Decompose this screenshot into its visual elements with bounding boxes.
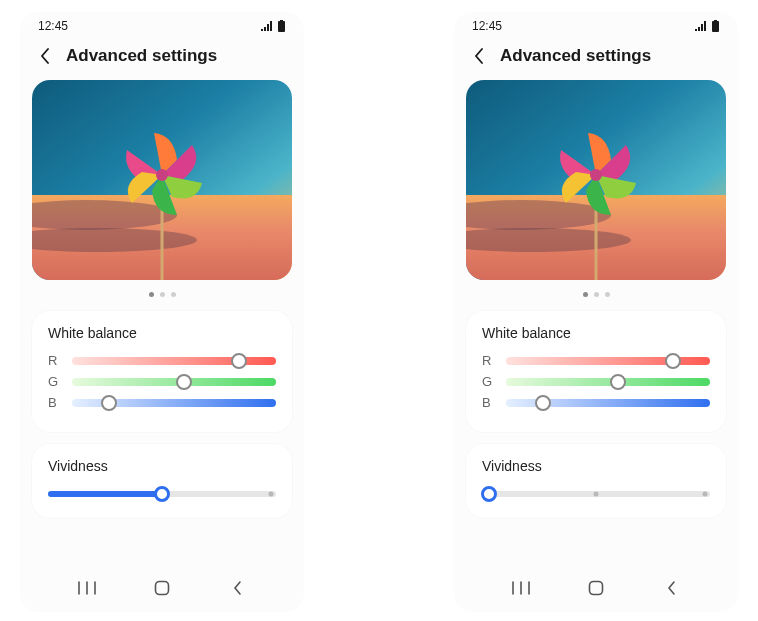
back-button[interactable]	[36, 47, 54, 65]
vividness-tick-0	[594, 492, 599, 497]
status-time: 12:45	[38, 19, 68, 33]
wb-row-b: B	[482, 395, 710, 410]
wb-row-g: G	[48, 374, 276, 389]
dot-2[interactable]	[171, 292, 176, 297]
dot-1[interactable]	[160, 292, 165, 297]
vividness-title: Vividness	[482, 458, 710, 474]
recents-icon	[78, 581, 96, 595]
white-balance-title: White balance	[482, 325, 710, 341]
carousel-dots	[454, 280, 738, 311]
nav-home[interactable]	[584, 576, 608, 600]
vividness-thumb[interactable]	[481, 486, 497, 502]
preview-image[interactable]	[466, 80, 726, 280]
dot-2[interactable]	[605, 292, 610, 297]
wb-thumb-g[interactable]	[610, 374, 626, 390]
battery-icon	[711, 20, 720, 32]
status-time: 12:45	[472, 19, 502, 33]
carousel-dots	[20, 280, 304, 311]
status-icons	[695, 20, 720, 32]
wb-slider-r[interactable]	[506, 357, 710, 365]
page-title: Advanced settings	[66, 46, 217, 66]
white-balance-card: White balance R G B	[466, 311, 726, 432]
dot-1[interactable]	[594, 292, 599, 297]
vividness-title: Vividness	[48, 458, 276, 474]
wb-thumb-b[interactable]	[101, 395, 117, 411]
wb-label-b: B	[48, 395, 62, 410]
wb-thumb-r[interactable]	[665, 353, 681, 369]
header: Advanced settings	[454, 40, 738, 80]
svg-rect-9	[712, 21, 719, 32]
svg-rect-0	[278, 21, 285, 32]
dot-0[interactable]	[583, 292, 588, 297]
svg-point-7	[156, 169, 168, 181]
wb-slider-g[interactable]	[72, 378, 276, 386]
status-icons	[261, 20, 286, 32]
svg-rect-1	[280, 20, 283, 22]
svg-point-16	[590, 169, 602, 181]
chevron-left-icon	[40, 48, 50, 64]
wb-row-r: R	[482, 353, 710, 368]
wb-label-g: G	[482, 374, 496, 389]
home-icon	[588, 580, 604, 596]
phone-left: 12:45 Advanced settings	[20, 12, 304, 612]
nav-back[interactable]	[225, 576, 249, 600]
svg-rect-10	[714, 20, 717, 22]
nav-back[interactable]	[659, 576, 683, 600]
status-bar: 12:45	[20, 12, 304, 40]
wb-thumb-r[interactable]	[231, 353, 247, 369]
battery-icon	[277, 20, 286, 32]
wb-thumb-g[interactable]	[176, 374, 192, 390]
vividness-slider[interactable]	[482, 486, 710, 502]
wb-slider-g[interactable]	[506, 378, 710, 386]
vividness-tick-1	[269, 492, 274, 497]
nav-recents[interactable]	[75, 576, 99, 600]
phone-right: 12:45 Advanced settings	[454, 12, 738, 612]
wb-label-r: R	[482, 353, 496, 368]
nav-recents[interactable]	[509, 576, 533, 600]
vividness-thumb[interactable]	[154, 486, 170, 502]
nav-back-icon	[666, 580, 676, 596]
chevron-left-icon	[474, 48, 484, 64]
wb-slider-b[interactable]	[72, 399, 276, 407]
signal-icon	[695, 21, 707, 31]
nav-home[interactable]	[150, 576, 174, 600]
wb-thumb-b[interactable]	[535, 395, 551, 411]
white-balance-title: White balance	[48, 325, 276, 341]
page-title: Advanced settings	[500, 46, 651, 66]
svg-rect-17	[589, 582, 602, 595]
wb-slider-b[interactable]	[506, 399, 710, 407]
vividness-tick-1	[703, 492, 708, 497]
white-balance-card: White balance R G B	[32, 311, 292, 432]
wb-row-g: G	[482, 374, 710, 389]
preview-image[interactable]	[32, 80, 292, 280]
nav-back-icon	[232, 580, 242, 596]
wb-label-b: B	[482, 395, 496, 410]
vividness-slider[interactable]	[48, 486, 276, 502]
wb-label-r: R	[48, 353, 62, 368]
recents-icon	[512, 581, 530, 595]
svg-rect-8	[155, 582, 168, 595]
wb-label-g: G	[48, 374, 62, 389]
home-icon	[154, 580, 170, 596]
vividness-card: Vividness	[32, 444, 292, 518]
nav-bar	[454, 568, 738, 612]
back-button[interactable]	[470, 47, 488, 65]
vividness-fill	[48, 491, 162, 497]
signal-icon	[261, 21, 273, 31]
vividness-card: Vividness	[466, 444, 726, 518]
status-bar: 12:45	[454, 12, 738, 40]
header: Advanced settings	[20, 40, 304, 80]
dot-0[interactable]	[149, 292, 154, 297]
wb-slider-r[interactable]	[72, 357, 276, 365]
wb-row-b: B	[48, 395, 276, 410]
wb-row-r: R	[48, 353, 276, 368]
nav-bar	[20, 568, 304, 612]
